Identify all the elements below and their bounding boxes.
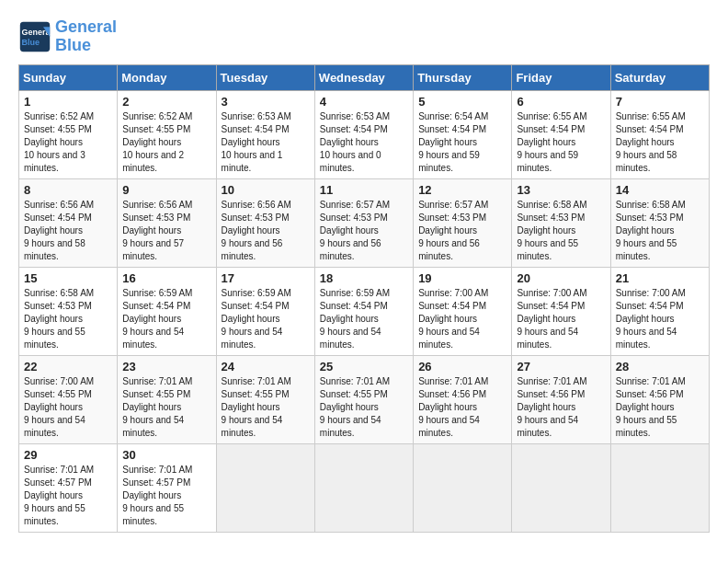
day-number: 10: [222, 183, 310, 197]
col-header-wednesday: Wednesday: [314, 64, 413, 90]
calendar-cell: 26 Sunrise: 7:01 AM Sunset: 4:56 PM Dayl…: [414, 355, 512, 443]
calendar-cell: 17 Sunrise: 6:59 AM Sunset: 4:54 PM Dayl…: [216, 267, 314, 355]
calendar-cell: 16 Sunrise: 6:59 AM Sunset: 4:54 PM Dayl…: [118, 267, 216, 355]
day-info: Sunrise: 6:58 AM Sunset: 4:53 PM Dayligh…: [616, 199, 704, 263]
day-info: Sunrise: 7:00 AM Sunset: 4:55 PM Dayligh…: [24, 375, 112, 440]
day-number: 30: [122, 448, 210, 462]
day-info: Sunrise: 6:59 AM Sunset: 4:54 PM Dayligh…: [122, 287, 210, 351]
calendar-cell: [414, 443, 512, 532]
day-info: Sunrise: 6:58 AM Sunset: 4:53 PM Dayligh…: [517, 199, 605, 263]
day-info: Sunrise: 7:01 AM Sunset: 4:56 PM Dayligh…: [418, 375, 506, 440]
calendar-cell: 11 Sunrise: 6:57 AM Sunset: 4:53 PM Dayl…: [314, 178, 413, 267]
col-header-friday: Friday: [512, 64, 610, 90]
calendar-cell: 15 Sunrise: 6:58 AM Sunset: 4:53 PM Dayl…: [19, 267, 118, 355]
calendar-cell: 27 Sunrise: 7:01 AM Sunset: 4:56 PM Dayl…: [512, 355, 610, 443]
calendar-cell: 18 Sunrise: 6:59 AM Sunset: 4:54 PM Dayl…: [314, 267, 413, 355]
calendar-cell: 14 Sunrise: 6:58 AM Sunset: 4:53 PM Dayl…: [610, 178, 709, 267]
day-number: 16: [122, 271, 210, 285]
calendar-cell: 22 Sunrise: 7:00 AM Sunset: 4:55 PM Dayl…: [19, 355, 118, 443]
day-number: 18: [320, 271, 408, 285]
day-number: 22: [24, 360, 112, 373]
calendar-cell: 2 Sunrise: 6:52 AM Sunset: 4:55 PM Dayli…: [118, 90, 216, 178]
calendar-cell: 20 Sunrise: 7:00 AM Sunset: 4:54 PM Dayl…: [512, 267, 610, 355]
day-number: 27: [517, 360, 605, 373]
day-number: 3: [222, 95, 310, 109]
day-number: 13: [517, 183, 605, 197]
day-number: 28: [616, 360, 704, 373]
col-header-saturday: Saturday: [610, 64, 709, 90]
calendar-cell: [512, 443, 610, 532]
day-number: 20: [517, 271, 605, 285]
day-number: 29: [24, 448, 112, 462]
calendar-cell: 6 Sunrise: 6:55 AM Sunset: 4:54 PM Dayli…: [512, 90, 610, 178]
day-number: 26: [418, 360, 506, 373]
day-info: Sunrise: 7:00 AM Sunset: 4:54 PM Dayligh…: [418, 287, 506, 351]
day-number: 19: [418, 271, 506, 285]
day-number: 21: [616, 271, 704, 285]
day-info: Sunrise: 7:01 AM Sunset: 4:55 PM Dayligh…: [320, 375, 408, 440]
day-info: Sunrise: 6:59 AM Sunset: 4:54 PM Dayligh…: [320, 287, 408, 351]
calendar-cell: 7 Sunrise: 6:55 AM Sunset: 4:54 PM Dayli…: [610, 90, 709, 178]
logo-icon: General Blue: [18, 20, 51, 53]
calendar-cell: 23 Sunrise: 7:01 AM Sunset: 4:55 PM Dayl…: [118, 355, 216, 443]
day-info: Sunrise: 6:56 AM Sunset: 4:53 PM Dayligh…: [222, 199, 310, 263]
day-info: Sunrise: 6:52 AM Sunset: 4:55 PM Dayligh…: [122, 110, 210, 175]
calendar-cell: 30 Sunrise: 7:01 AM Sunset: 4:57 PM Dayl…: [118, 443, 216, 532]
calendar-cell: 9 Sunrise: 6:56 AM Sunset: 4:53 PM Dayli…: [118, 178, 216, 267]
calendar-cell: 13 Sunrise: 6:58 AM Sunset: 4:53 PM Dayl…: [512, 178, 610, 267]
day-number: 4: [320, 95, 408, 109]
day-info: Sunrise: 7:00 AM Sunset: 4:54 PM Dayligh…: [616, 287, 704, 351]
day-number: 2: [122, 95, 210, 109]
calendar-cell: [216, 443, 314, 532]
day-number: 24: [222, 360, 310, 373]
day-number: 17: [222, 271, 310, 285]
day-number: 9: [122, 183, 210, 197]
day-number: 6: [517, 95, 605, 109]
calendar-table: SundayMondayTuesdayWednesdayThursdayFrid…: [18, 64, 710, 533]
calendar-cell: 28 Sunrise: 7:01 AM Sunset: 4:56 PM Dayl…: [610, 355, 709, 443]
day-number: 5: [418, 95, 506, 109]
day-info: Sunrise: 7:01 AM Sunset: 4:57 PM Dayligh…: [122, 464, 210, 528]
day-info: Sunrise: 6:53 AM Sunset: 4:54 PM Dayligh…: [320, 110, 408, 175]
day-info: Sunrise: 7:01 AM Sunset: 4:56 PM Dayligh…: [517, 375, 605, 440]
day-number: 25: [320, 360, 408, 373]
day-info: Sunrise: 7:01 AM Sunset: 4:57 PM Dayligh…: [24, 464, 112, 528]
day-number: 8: [24, 183, 112, 197]
day-info: Sunrise: 6:55 AM Sunset: 4:54 PM Dayligh…: [616, 110, 704, 175]
col-header-monday: Monday: [118, 64, 216, 90]
day-info: Sunrise: 6:55 AM Sunset: 4:54 PM Dayligh…: [517, 110, 605, 175]
day-info: Sunrise: 6:53 AM Sunset: 4:54 PM Dayligh…: [222, 110, 310, 175]
svg-text:Blue: Blue: [22, 38, 40, 47]
calendar-cell: 24 Sunrise: 7:01 AM Sunset: 4:55 PM Dayl…: [216, 355, 314, 443]
day-number: 11: [320, 183, 408, 197]
col-header-tuesday: Tuesday: [216, 64, 314, 90]
logo: General Blue GeneralBlue: [18, 18, 117, 55]
day-info: Sunrise: 6:58 AM Sunset: 4:53 PM Dayligh…: [24, 287, 112, 351]
day-info: Sunrise: 7:01 AM Sunset: 4:55 PM Dayligh…: [222, 375, 310, 440]
calendar-cell: [314, 443, 413, 532]
calendar-cell: 3 Sunrise: 6:53 AM Sunset: 4:54 PM Dayli…: [216, 90, 314, 178]
calendar-cell: 1 Sunrise: 6:52 AM Sunset: 4:55 PM Dayli…: [19, 90, 118, 178]
day-number: 15: [24, 271, 112, 285]
header: General Blue GeneralBlue: [18, 18, 710, 55]
calendar-cell: 8 Sunrise: 6:56 AM Sunset: 4:54 PM Dayli…: [19, 178, 118, 267]
calendar-cell: 4 Sunrise: 6:53 AM Sunset: 4:54 PM Dayli…: [314, 90, 413, 178]
day-number: 7: [616, 95, 704, 109]
calendar-cell: 10 Sunrise: 6:56 AM Sunset: 4:53 PM Dayl…: [216, 178, 314, 267]
day-number: 12: [418, 183, 506, 197]
day-info: Sunrise: 6:56 AM Sunset: 4:54 PM Dayligh…: [24, 199, 112, 263]
calendar-cell: 29 Sunrise: 7:01 AM Sunset: 4:57 PM Dayl…: [19, 443, 118, 532]
day-info: Sunrise: 6:57 AM Sunset: 4:53 PM Dayligh…: [320, 199, 408, 263]
calendar-cell: 25 Sunrise: 7:01 AM Sunset: 4:55 PM Dayl…: [314, 355, 413, 443]
day-info: Sunrise: 7:01 AM Sunset: 4:55 PM Dayligh…: [122, 375, 210, 440]
day-number: 1: [24, 95, 112, 109]
day-number: 23: [122, 360, 210, 373]
col-header-thursday: Thursday: [414, 64, 512, 90]
calendar-cell: [610, 443, 709, 532]
logo-text: GeneralBlue: [55, 18, 117, 55]
day-info: Sunrise: 6:57 AM Sunset: 4:53 PM Dayligh…: [418, 199, 506, 263]
col-header-sunday: Sunday: [19, 64, 118, 90]
calendar-cell: 5 Sunrise: 6:54 AM Sunset: 4:54 PM Dayli…: [414, 90, 512, 178]
day-info: Sunrise: 7:00 AM Sunset: 4:54 PM Dayligh…: [517, 287, 605, 351]
day-info: Sunrise: 7:01 AM Sunset: 4:56 PM Dayligh…: [616, 375, 704, 440]
